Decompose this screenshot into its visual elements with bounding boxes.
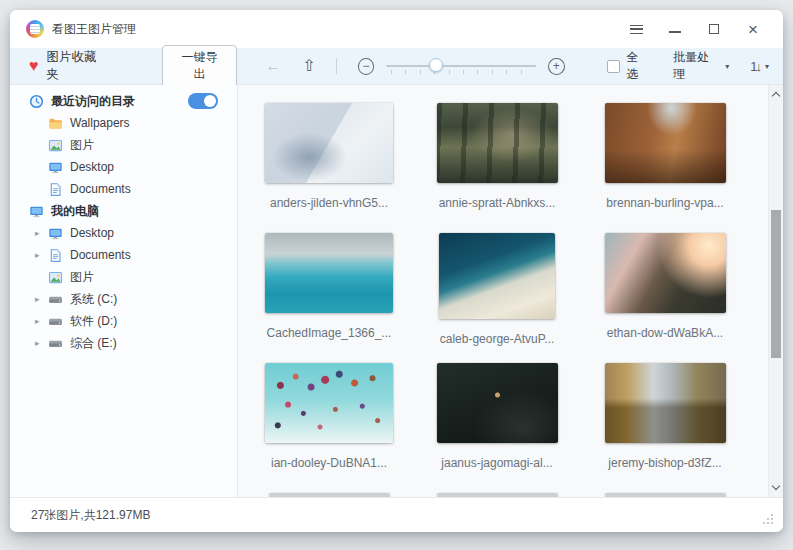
thumbnail-filename: CachedImage_1366_... xyxy=(267,326,392,340)
zoom-out-icon[interactable]: − xyxy=(358,58,375,75)
export-button[interactable]: 一键导出 xyxy=(162,45,237,88)
drive-icon xyxy=(48,292,63,307)
minimize-icon[interactable] xyxy=(667,21,683,37)
window-controls: × xyxy=(628,21,767,37)
sidebar-item-recent-dirs[interactable]: 最近访问的目录 xyxy=(10,90,237,112)
grid-item[interactable]: jaanus-jagomagi-al... xyxy=(413,363,581,493)
sort-order-button[interactable]: 1↓ ▾ xyxy=(750,59,769,74)
batch-process-button[interactable]: 批量处理 ▾ xyxy=(673,49,729,83)
sidebar-item-label: 软件 (D:) xyxy=(70,313,117,330)
sidebar-item-desktop-recent[interactable]: Desktop xyxy=(10,156,237,178)
grid-item[interactable]: ian-dooley-DuBNA1... xyxy=(245,363,413,493)
window-title: 看图王图片管理 xyxy=(52,21,136,38)
sidebar-item-label: 图片 xyxy=(70,137,94,154)
caret-down-icon: ▾ xyxy=(725,62,729,71)
sidebar-item-label: 综合 (E:) xyxy=(70,335,117,352)
sidebar-item-label: 最近访问的目录 xyxy=(51,93,135,110)
thumbnail-image[interactable] xyxy=(437,103,558,183)
expander-icon[interactable]: ▸ xyxy=(35,229,48,238)
thumbnail-image[interactable] xyxy=(437,363,558,443)
favorites-label: 图片收藏夹 xyxy=(47,49,109,83)
toolbar: ♥ 图片收藏夹 一键导出 ← ⇧ − + 全选 批量处理 ▾ 1↓ ▾ xyxy=(10,48,783,85)
title-bar: 看图王图片管理 × xyxy=(10,10,783,48)
sidebar-item-label: Documents xyxy=(70,182,131,196)
sidebar-item-my-computer[interactable]: 我的电脑 xyxy=(10,200,237,222)
thumbnail-image[interactable] xyxy=(605,103,726,183)
heart-icon: ♥ xyxy=(29,58,39,74)
menu-icon[interactable] xyxy=(628,21,644,37)
toolbar-divider xyxy=(336,58,337,74)
monitor-icon xyxy=(48,160,63,175)
sidebar-item-label: 我的电脑 xyxy=(51,203,99,220)
up-level-icon[interactable]: ⇧ xyxy=(302,58,315,74)
sidebar-item-wallpapers[interactable]: Wallpapers xyxy=(10,112,237,134)
sidebar-item-label: Documents xyxy=(70,248,131,262)
sidebar-item-documents-recent[interactable]: Documents xyxy=(10,178,237,200)
expander-icon[interactable]: ▸ xyxy=(35,317,48,326)
sidebar-item-documents[interactable]: ▸ Documents xyxy=(10,244,237,266)
sidebar-item-label: 系统 (C:) xyxy=(70,291,117,308)
thumbnail-filename: brennan-burling-vpa... xyxy=(606,196,723,210)
thumbnail-filename: caleb-george-AtvuP... xyxy=(440,332,555,346)
sidebar-item-desktop[interactable]: ▸ Desktop xyxy=(10,222,237,244)
thumbnail-image[interactable] xyxy=(605,233,726,313)
grid-item[interactable]: brennan-burling-vpa... xyxy=(581,103,749,233)
sidebar-item-label: 图片 xyxy=(70,269,94,286)
zoom-slider-ticks xyxy=(391,70,533,74)
clock-icon xyxy=(29,94,44,109)
document-icon xyxy=(48,248,63,263)
computer-icon xyxy=(29,204,44,219)
back-icon[interactable]: ← xyxy=(265,58,281,74)
thumbnail-image[interactable] xyxy=(605,363,726,443)
batch-process-label: 批量处理 xyxy=(673,49,720,83)
scroll-up-icon[interactable] xyxy=(772,92,780,100)
sidebar-item-pictures[interactable]: 图片 xyxy=(10,266,237,288)
grid-item[interactable]: ethan-dow-dWaBkA... xyxy=(581,233,749,363)
status-bar: 27张图片,共121.97MB xyxy=(10,497,783,532)
select-all-checkbox[interactable] xyxy=(607,60,620,73)
sort-order-icon: 1↓ xyxy=(750,59,760,74)
drive-icon xyxy=(48,336,63,351)
zoom-in-icon[interactable]: + xyxy=(548,58,565,75)
grid-item[interactable]: caleb-george-AtvuP... xyxy=(413,233,581,363)
expander-icon[interactable]: ▸ xyxy=(35,339,48,348)
thumbnail-filename: jeremy-bishop-d3fZ... xyxy=(608,456,721,470)
maximize-icon[interactable] xyxy=(706,21,722,37)
status-summary: 27张图片,共121.97MB xyxy=(31,507,150,524)
thumbnail-filename: anders-jilden-vhnG5... xyxy=(270,196,388,210)
sidebar-item-label: Desktop xyxy=(70,226,114,240)
grid-item[interactable]: jeremy-bishop-d3fZ... xyxy=(581,363,749,493)
sidebar: 最近访问的目录 Wallpapers 图片 Desktop Documents xyxy=(10,85,238,497)
thumbnail-image[interactable] xyxy=(265,103,393,183)
close-icon[interactable]: × xyxy=(745,21,761,37)
recent-dirs-toggle[interactable] xyxy=(188,93,218,109)
zoom-slider[interactable] xyxy=(386,56,536,76)
grid-item[interactable]: CachedImage_1366_... xyxy=(245,233,413,363)
expander-icon[interactable]: ▸ xyxy=(35,295,48,304)
scrollbar-thumb[interactable] xyxy=(771,210,781,358)
sidebar-item-label: Wallpapers xyxy=(70,116,130,130)
caret-down-icon: ▾ xyxy=(765,62,769,71)
grid-item[interactable]: anders-jilden-vhnG5... xyxy=(245,103,413,233)
app-window: 看图王图片管理 × ♥ 图片收藏夹 一键导出 ← ⇧ − + 全选 批量处理 ▾… xyxy=(10,10,783,532)
picture-icon xyxy=(48,138,63,153)
thumbnail-image[interactable] xyxy=(439,233,555,319)
grid-item[interactable]: annie-spratt-Abnkxs... xyxy=(413,103,581,233)
expander-icon[interactable]: ▸ xyxy=(35,251,48,260)
sidebar-item-drive-e[interactable]: ▸ 综合 (E:) xyxy=(10,332,237,354)
sidebar-item-drive-c[interactable]: ▸ 系统 (C:) xyxy=(10,288,237,310)
sidebar-item-pictures-recent[interactable]: 图片 xyxy=(10,134,237,156)
select-all-label[interactable]: 全选 xyxy=(627,49,651,83)
vertical-scrollbar[interactable] xyxy=(768,85,783,497)
zoom-slider-track xyxy=(386,65,536,67)
image-grid: anders-jilden-vhnG5... annie-spratt-Abnk… xyxy=(245,103,749,497)
sidebar-item-drive-d[interactable]: ▸ 软件 (D:) xyxy=(10,310,237,332)
resize-grip[interactable] xyxy=(762,513,774,525)
scroll-down-icon[interactable] xyxy=(772,482,780,490)
monitor-icon xyxy=(48,226,63,241)
app-body: 最近访问的目录 Wallpapers 图片 Desktop Documents xyxy=(10,85,783,497)
app-logo-icon xyxy=(26,20,44,38)
thumbnail-image[interactable] xyxy=(265,233,393,313)
document-icon xyxy=(48,182,63,197)
thumbnail-image[interactable] xyxy=(265,363,393,443)
